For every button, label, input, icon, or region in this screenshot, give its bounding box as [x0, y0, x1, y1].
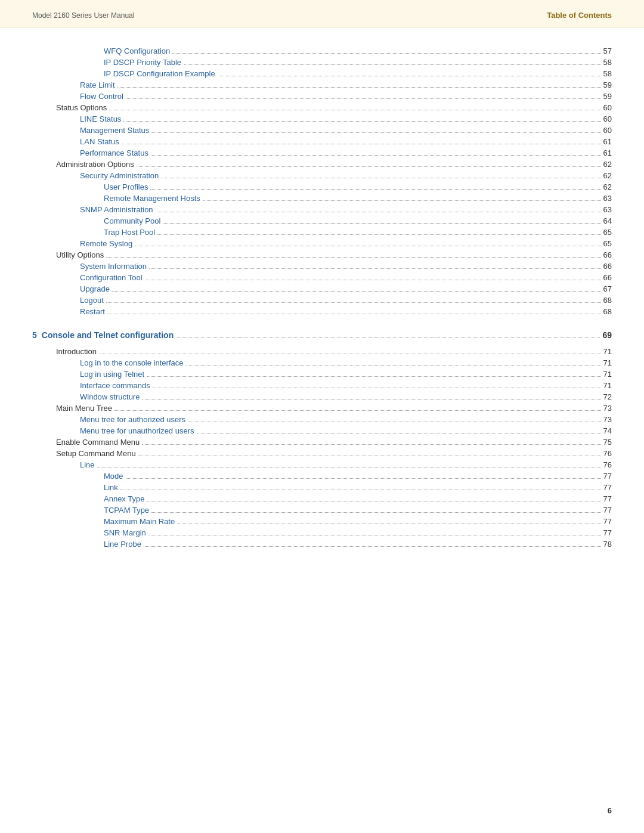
toc-dots [107, 314, 601, 314]
toc-page-number: 62 [603, 171, 612, 180]
sub-toc-entries: Introduction71Log in to the console inte… [32, 346, 612, 550]
toc-dots [144, 546, 601, 547]
toc-dots [142, 444, 600, 445]
toc-page-number: 74 [603, 426, 612, 435]
toc-dots [185, 365, 600, 366]
toc-row: Performance Status61 [32, 147, 612, 159]
toc-page-number: 65 [603, 228, 612, 237]
toc-row: Mode77 [32, 470, 612, 482]
toc-row: Trap Host Pool65 [32, 227, 612, 238]
toc-page-number: 60 [603, 114, 612, 123]
toc-title: Annex Type [104, 494, 144, 503]
toc-page-number: 67 [603, 284, 612, 293]
toc-dots [145, 280, 601, 280]
toc-dots [177, 524, 600, 524]
header-right-text: Table of Contents [547, 11, 612, 20]
toc-row: Security Administration62 [32, 170, 612, 181]
toc-page-number: 63 [603, 194, 612, 203]
toc-title: Restart [80, 307, 105, 316]
toc-dots [172, 53, 600, 54]
toc-dots [157, 234, 600, 235]
page-number: 6 [608, 806, 612, 815]
toc-dots [197, 433, 601, 433]
toc-page-number: 61 [603, 148, 612, 157]
toc-page-number: 77 [603, 472, 612, 481]
toc-title: System Information [80, 262, 147, 271]
toc-title: TCPAM Type [104, 506, 149, 515]
toc-row: Rate Limit59 [32, 79, 612, 91]
toc-page-number: 59 [603, 92, 612, 101]
toc-row: TCPAM Type77 [32, 504, 612, 516]
toc-row: Window structure72 [32, 391, 612, 402]
toc-page-number: 59 [603, 80, 612, 89]
toc-dots [142, 399, 600, 400]
chapter-dots [176, 337, 600, 338]
toc-title: Log in using Telnet [80, 370, 144, 379]
toc-title: Interface commands [80, 381, 150, 390]
toc-dots [126, 98, 601, 99]
toc-dots [109, 110, 600, 110]
toc-page-number: 62 [603, 182, 612, 191]
toc-row: IP DSCP Configuration Example58 [32, 68, 612, 79]
toc-dots [149, 268, 601, 269]
toc-title: Log in to the console interface [80, 358, 183, 367]
toc-dots [147, 501, 600, 501]
toc-dots [123, 121, 600, 122]
toc-row: System Information66 [32, 261, 612, 272]
toc-page-number: 58 [603, 58, 612, 67]
toc-row: LAN Status61 [32, 136, 612, 147]
toc-title: Security Administration [80, 171, 159, 180]
toc-row: Menu tree for authorized users73 [32, 414, 612, 425]
toc-title: Remote Management Hosts [104, 194, 200, 203]
toc-title: Status Options [56, 103, 107, 112]
toc-dots [203, 200, 601, 201]
toc-row: WFQ Configuration57 [32, 45, 612, 57]
toc-page-number: 61 [603, 137, 612, 146]
toc-row: Menu tree for unauthorized users74 [32, 425, 612, 436]
toc-dots [112, 291, 601, 292]
toc-title: Trap Host Pool [104, 228, 155, 237]
toc-title: Main Menu Tree [56, 404, 112, 413]
toc-row: Community Pool64 [32, 215, 612, 227]
toc-row: Logout68 [32, 295, 612, 306]
toc-dots [106, 257, 600, 258]
page-header: Model 2160 Series User Manual Table of C… [0, 0, 644, 27]
toc-dots [163, 223, 600, 224]
toc-title: User Profiles [104, 182, 148, 191]
toc-row: Restart68 [32, 306, 612, 317]
toc-dots [138, 456, 601, 456]
toc-page-number: 76 [603, 460, 612, 469]
toc-row: Log in using Telnet71 [32, 368, 612, 380]
toc-dots [151, 155, 601, 156]
toc-page-number: 66 [603, 250, 612, 259]
toc-title: Remote Syslog [80, 239, 132, 248]
toc-dots [161, 178, 600, 178]
toc-title: Setup Command Menu [56, 449, 136, 458]
toc-row: Maximum Main Rate77 [32, 516, 612, 527]
toc-row: Utility Options66 [32, 249, 612, 261]
header-left-text: Model 2160 Series User Manual [32, 11, 134, 20]
toc-page-number: 65 [603, 239, 612, 248]
toc-page-number: 68 [603, 307, 612, 316]
toc-title: Administration Options [56, 160, 134, 169]
toc-page-number: 73 [603, 415, 612, 424]
chapter-number: 5 [32, 330, 37, 340]
toc-dots [114, 410, 601, 411]
toc-dots [106, 302, 601, 303]
toc-page-number: 71 [603, 347, 612, 356]
toc-title: Window structure [80, 392, 140, 401]
toc-dots [218, 76, 601, 76]
toc-page-number: 77 [603, 528, 612, 537]
toc-page-number: 78 [603, 540, 612, 549]
toc-dots [150, 189, 600, 190]
toc-page-number: 76 [603, 449, 612, 458]
toc-row: Enable Command Menu75 [32, 436, 612, 448]
toc-row: Upgrade67 [32, 283, 612, 295]
toc-dots [147, 376, 600, 377]
toc-dots [137, 166, 601, 167]
toc-title: Link [104, 483, 118, 492]
toc-entries: WFQ Configuration57IP DSCP Priority Tabl… [32, 45, 612, 317]
toc-title: WFQ Configuration [104, 47, 170, 55]
toc-page-number: 77 [603, 494, 612, 503]
toc-row: Line Probe78 [32, 538, 612, 550]
